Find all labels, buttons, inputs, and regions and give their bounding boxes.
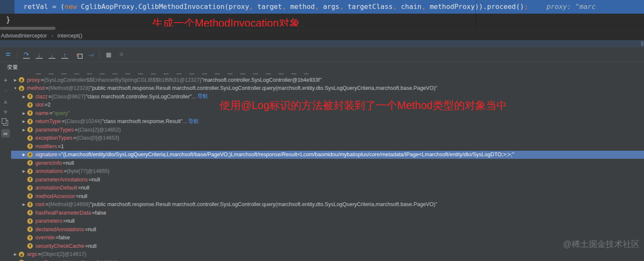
variable-row-annotations[interactable]: ▶fannotations = {byte[77]@14655} xyxy=(11,167,644,176)
variable-name: signature xyxy=(35,152,57,158)
editor-horizontal-scrollbar[interactable] xyxy=(0,26,644,31)
add-watch-icon[interactable]: + xyxy=(1,76,10,84)
variable-row-modifiers[interactable]: fmodifiers = 1 xyxy=(11,142,644,151)
variable-row-securityCheckCache[interactable]: fsecurityCheckCache = null xyxy=(11,242,644,250)
expander-right-icon[interactable]: ▶ xyxy=(20,119,27,123)
code-token: , xyxy=(315,3,323,11)
variable-name: name xyxy=(35,110,49,116)
variable-row-name[interactable]: ▶fname = "query" xyxy=(11,109,644,118)
variable-row-methodProxy[interactable]: ▶pmethodProxy = {MethodProxy@12330} xyxy=(11,258,644,261)
value-part: 1 xyxy=(61,143,64,149)
field-value-icon: f xyxy=(27,143,33,149)
value-part: = xyxy=(73,135,76,141)
debugger-inline-value-hint: proxy: "marc xyxy=(546,0,596,14)
parameter-value-icon: p xyxy=(19,86,24,91)
expander-right-icon[interactable]: ▶ xyxy=(20,128,27,132)
value-part: "public marchsoft.response.Result marchs… xyxy=(90,201,437,207)
value-part: "class marchsoft.response.Result" xyxy=(102,118,183,124)
value-part: = xyxy=(55,235,58,241)
code-token: , xyxy=(282,3,290,11)
header-edge-icon[interactable] xyxy=(641,41,644,46)
navigate-link[interactable]: 导航 xyxy=(198,93,208,100)
remove-watch-icon[interactable]: − xyxy=(1,86,10,95)
value-part: = xyxy=(78,185,81,191)
variable-row-genericInfo[interactable]: fgenericInfo = null xyxy=(11,159,644,167)
step-out-icon[interactable]: ↑ xyxy=(60,49,70,60)
value-part: {Object[2]@14617} xyxy=(41,251,86,257)
expander-right-icon[interactable]: ▶ xyxy=(20,169,27,173)
navigate-link[interactable]: 导航 xyxy=(188,118,199,125)
step-into-icon[interactable]: ↓ xyxy=(34,49,44,60)
variable-row-parameters[interactable]: fparameters = null xyxy=(11,217,644,226)
field-value-icon: f xyxy=(27,185,33,191)
editor-right-margin-guide xyxy=(476,0,476,26)
field-value-icon: f xyxy=(27,235,33,241)
variables-tree[interactable]: ▶pproxy = {SysLogController$$EnhancerByS… xyxy=(11,72,644,261)
run-to-cursor-icon[interactable]: →ı xyxy=(85,49,95,60)
editor-line-2[interactable] xyxy=(0,14,644,26)
field-value-icon: f xyxy=(27,160,33,166)
variable-row-returnType[interactable]: ▶freturnType = {Class@10244} "class marc… xyxy=(11,118,644,126)
field-value-icon: f xyxy=(27,227,33,232)
variable-row-annotationDefault[interactable]: fannotationDefault = null xyxy=(11,184,644,192)
variable-row-method[interactable]: ▼pmethod = {Method@12328} "public marchs… xyxy=(11,84,644,93)
variable-name: clazz xyxy=(35,94,47,100)
drop-frame-icon[interactable]: × xyxy=(72,49,83,60)
evaluate-expression-icon[interactable]: ▦ xyxy=(104,49,114,60)
breadcrumb-class[interactable]: AdvisedInterceptor xyxy=(0,32,48,39)
step-over-icon[interactable]: ↷ xyxy=(21,49,32,60)
breadcrumb-method[interactable]: intercept() xyxy=(57,32,83,39)
expander-right-icon[interactable]: ▶ xyxy=(12,78,19,82)
variable-row-slot[interactable]: fslot = 2 xyxy=(11,101,644,109)
clipped-row-fragments xyxy=(36,73,308,75)
expander-down-icon[interactable]: ▼ xyxy=(12,86,19,90)
duplicate-icon[interactable] xyxy=(1,118,10,127)
force-step-into-icon[interactable]: ↓ xyxy=(47,49,57,60)
variable-row-methodAccessor[interactable]: fmethodAccessor = null xyxy=(11,192,644,201)
tab-variables[interactable]: 变量 xyxy=(7,63,18,71)
evaluate-infinity-icon[interactable]: ∞ xyxy=(1,129,10,138)
expander-right-icon[interactable]: ▶ xyxy=(12,252,19,256)
value-part: false xyxy=(58,235,69,241)
expander-right-icon[interactable]: ▶ xyxy=(20,95,27,99)
editor-execution-line[interactable]: retVal = (new CglibAopProxy.CglibMethodI… xyxy=(0,0,644,14)
value-part: {Class[2]@14652} xyxy=(78,127,121,133)
ide-debugger-window: retVal = (new CglibAopProxy.CglibMethodI… xyxy=(0,0,644,261)
closing-brace: } xyxy=(6,14,10,26)
move-down-icon[interactable]: ▼ xyxy=(1,108,10,116)
variable-row-signature[interactable]: ▶fsignature = "(Lmarchsoft/entity/dto/Sy… xyxy=(11,151,644,159)
variable-row-parameterTypes[interactable]: ▶fparameterTypes = {Class[2]@14652} xyxy=(11,126,644,134)
code-token: targetClass xyxy=(348,3,393,11)
trace-settings-icon[interactable]: ≡ xyxy=(116,49,126,60)
variable-name: parameters xyxy=(35,218,62,224)
value-part: "class marchsoft.controller.SysLogContro… xyxy=(86,94,192,100)
move-up-icon[interactable]: ▲ xyxy=(1,97,10,106)
variable-name: exceptionTypes xyxy=(35,135,72,141)
scrollbar-thumb[interactable] xyxy=(0,27,55,30)
field-value-icon: f xyxy=(27,119,33,124)
variable-row-root[interactable]: ▶froot = {Method@14656} "public marchsof… xyxy=(11,201,644,209)
variable-row-args[interactable]: ▶pargs = {Object[2]@14617} xyxy=(11,250,644,259)
breadcrumb-separator-icon: › xyxy=(48,32,56,39)
variable-row-hasRealParameterData[interactable]: fhasRealParameterData = false xyxy=(11,209,644,217)
variable-row-clazz[interactable]: ▶fclazz = {Class@8627} "class marchsoft.… xyxy=(11,92,644,101)
value-part: = xyxy=(62,118,65,124)
value-part: = xyxy=(63,160,66,166)
variable-row-override[interactable]: foverride = false xyxy=(11,234,644,242)
editor-gutter xyxy=(0,0,14,14)
variable-name: annotations xyxy=(35,168,63,174)
toolbar-separator xyxy=(17,50,17,59)
expander-right-icon[interactable]: ▶ xyxy=(20,152,27,157)
variable-row-proxy[interactable]: ▶pproxy = {SysLogController$$EnhancerByS… xyxy=(11,76,644,84)
value-part: "(Lmarchsoft/entity/dto/SysLogQueryCrite… xyxy=(61,152,514,158)
expander-right-icon[interactable]: ▶ xyxy=(20,111,27,115)
layout-menu-icon[interactable]: = xyxy=(3,49,13,60)
value-part: = xyxy=(58,143,61,149)
expander-right-icon[interactable]: ▶ xyxy=(20,202,27,207)
value-part: {Class@10244} xyxy=(65,118,102,124)
code-token: , xyxy=(249,3,257,11)
variable-row-declaredAnnotations[interactable]: fdeclaredAnnotations = null xyxy=(11,225,644,234)
value-part: {Method@14656} xyxy=(49,201,90,207)
variable-row-parameterAnnotations[interactable]: fparameterAnnotations = null xyxy=(11,175,644,184)
variable-row-exceptionTypes[interactable]: fexceptionTypes = {Class[0]@14653} xyxy=(11,134,644,143)
